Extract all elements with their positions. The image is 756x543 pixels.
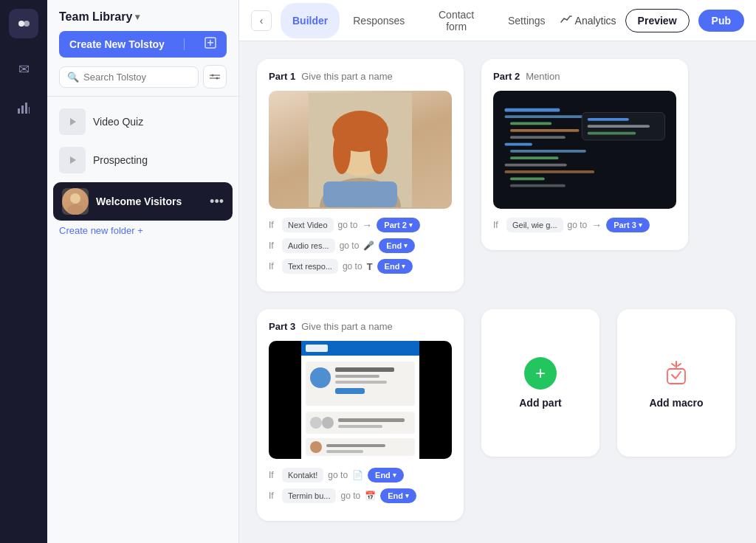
mail-icon[interactable]: ✉ [10,56,37,83]
if-label-p3-1: If [269,470,278,480]
dest-chip-3[interactable]: End ▾ [377,259,413,274]
condition-chip-p3-1[interactable]: Kontakt! [282,468,323,483]
part3-number: Part 3 [269,321,295,332]
search-input-wrap[interactable]: 🔍 [59,66,199,88]
dest-chevron-3: ▾ [402,263,405,270]
dest-label-p3-1: End [375,471,391,480]
filter-button[interactable] [203,65,227,89]
part1-name-input[interactable] [301,71,452,82]
if-label-1: If [269,220,278,230]
sidebar-item-prospecting[interactable]: Prospecting [47,141,238,179]
add-macro-card[interactable]: Add macro [617,309,735,457]
dest-label-p3-2: End [388,491,403,500]
search-icon: 🔍 [67,72,79,83]
mic-icon: 🎤 [363,241,374,251]
svg-point-16 [67,204,83,215]
svg-rect-42 [306,345,328,352]
svg-marker-13 [70,118,76,125]
svg-rect-32 [510,156,558,159]
team-library-title[interactable]: Team Library ▾ [59,10,227,24]
if-label-2: If [269,241,278,251]
svg-rect-28 [510,129,580,132]
svg-rect-38 [588,118,629,121]
svg-rect-52 [338,418,405,422]
video-quiz-thumb [59,108,86,135]
canvas-area: Part 1 [239,41,756,543]
app-logo[interactable] [9,9,38,38]
svg-point-15 [70,193,80,204]
dest-chip-p2-1[interactable]: Part 3 ▾ [606,218,650,232]
svg-point-50 [310,417,322,429]
main-content: ‹ Builder Responses Contact form Setting… [239,0,756,543]
svg-point-0 [18,21,24,27]
text-icon: T [367,261,373,272]
goto-label-p3-1: go to [328,470,348,480]
goto-label-p2-1: go to [568,220,588,230]
tab-responses[interactable]: Responses [341,3,416,38]
part1-condition-1: If Next Video go to → Part 2 ▾ [269,218,452,232]
svg-rect-25 [504,108,560,112]
create-new-tolstoy-button[interactable]: Create New Tolstoy [59,31,227,58]
dest-chip-p3-1[interactable]: End ▾ [368,468,404,483]
part2-condition-1: If Geil, wie g... go to → Part 3 ▾ [493,218,676,232]
welcome-visitors-label: Welcome Visitors [96,196,182,207]
svg-rect-31 [510,150,586,153]
dest-chip-2[interactable]: End ▾ [379,238,415,253]
preview-button[interactable]: Preview [625,9,690,32]
dest-chip-1[interactable]: Part 2 ▾ [377,218,420,232]
analytics-nav-item[interactable]: Analytics [560,13,616,27]
svg-rect-27 [510,122,551,125]
nav-right: Analytics Preview Pub [560,9,744,32]
parts-row-2: Part 3 [257,309,738,521]
arrow-p2-1: → [591,219,602,231]
svg-rect-30 [504,143,532,146]
sidebar-item-video-quiz[interactable]: Video Quiz [47,103,238,141]
calendar-icon: 📅 [365,491,376,501]
part3-video-thumb[interactable] [269,341,452,459]
dest-chip-p3-2[interactable]: End ▾ [380,488,416,503]
svg-rect-23 [323,181,397,207]
create-folder-link[interactable]: Create new folder + [47,219,155,242]
condition-chip-p3-2[interactable]: Termin bu... [282,488,336,503]
goto-label-2: go to [340,241,360,251]
condition-chip-3[interactable]: Text respo... [282,259,338,274]
svg-point-51 [322,417,334,429]
part3-name-input[interactable] [301,321,452,332]
tab-contact-form[interactable]: Contact form [418,3,495,38]
svg-rect-3 [21,106,24,114]
svg-rect-47 [335,381,387,384]
svg-marker-14 [70,156,76,164]
svg-rect-39 [588,125,650,128]
more-options-button[interactable]: ••• [210,194,224,210]
dest-label-2: End [386,241,402,250]
arrow-1: → [362,219,372,231]
tab-settings[interactable]: Settings [496,3,557,38]
svg-point-21 [333,130,351,174]
back-button[interactable]: ‹ [251,10,272,31]
svg-rect-56 [326,444,385,447]
part2-video-thumb[interactable] [493,91,676,209]
team-library-label: Team Library [59,10,132,24]
svg-rect-57 [326,450,363,453]
publish-button[interactable]: Pub [698,10,744,32]
svg-rect-36 [510,184,566,187]
welcome-visitors-avatar [62,188,89,215]
add-part-card[interactable]: + Add part [481,309,599,457]
analytics-nav-label: Analytics [575,15,616,27]
search-input[interactable] [83,72,190,83]
part-card-3: Part 3 [257,309,464,521]
if-label-3: If [269,261,278,272]
video-quiz-label: Video Quiz [93,116,143,128]
condition-chip-2[interactable]: Audio res... [282,238,335,253]
tab-builder[interactable]: Builder [281,3,340,38]
sidebar-item-welcome-visitors[interactable]: Welcome Visitors ••• [53,182,233,221]
condition-chip-p2-1[interactable]: Geil, wie g... [506,218,563,232]
condition-chip-1[interactable]: Next Video [282,218,334,232]
welcome-visitors-thumb [62,188,89,215]
part1-video-thumb[interactable] [269,91,452,209]
part2-name-input[interactable] [526,71,676,82]
part3-condition-1: If Kontakt! go to 📄 End ▾ [269,468,452,483]
dest-chevron-p3-1: ▾ [393,471,396,479]
analytics-icon[interactable] [10,94,37,121]
panel-sidebar: Team Library ▾ Create New Tolstoy 🔍 [47,0,239,543]
